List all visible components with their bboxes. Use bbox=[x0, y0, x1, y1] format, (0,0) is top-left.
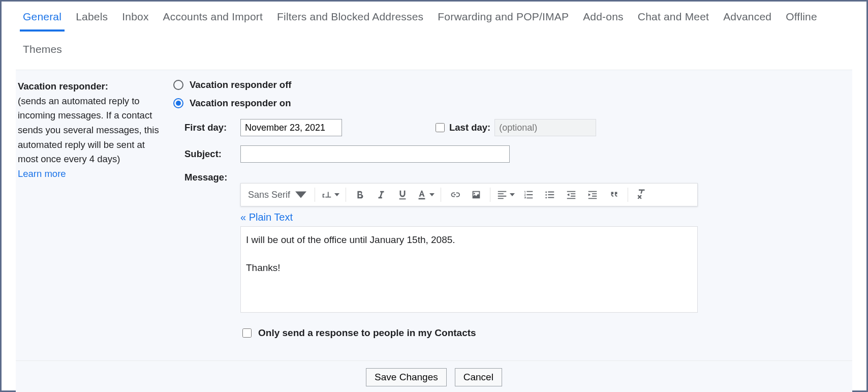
section-title: Vacation responder: bbox=[18, 81, 108, 92]
settings-window: General Labels Inbox Accounts and Import… bbox=[0, 0, 868, 392]
font-family-label: Sans Serif bbox=[248, 190, 290, 200]
save-changes-button[interactable]: Save Changes bbox=[366, 368, 447, 386]
radio-icon bbox=[173, 98, 183, 108]
bold-icon bbox=[354, 189, 365, 200]
contacts-only-input[interactable] bbox=[242, 328, 252, 338]
first-day-label: First day: bbox=[184, 122, 240, 133]
align-left-icon bbox=[497, 189, 508, 200]
last-day-input[interactable] bbox=[494, 119, 596, 136]
contacts-only-checkbox[interactable]: Only send a response to people in my Con… bbox=[240, 327, 852, 339]
settings-tabs-row1: General Labels Inbox Accounts and Import… bbox=[2, 2, 866, 31]
caret-down-icon bbox=[429, 192, 435, 197]
radio-label: Vacation responder on bbox=[190, 98, 291, 109]
tab-offline[interactable]: Offline bbox=[779, 2, 824, 31]
tab-general[interactable]: General bbox=[16, 2, 69, 31]
tab-filters[interactable]: Filters and Blocked Addresses bbox=[270, 2, 430, 31]
tab-chat[interactable]: Chat and Meet bbox=[631, 2, 716, 31]
indent-less-button[interactable] bbox=[561, 184, 582, 206]
radio-icon bbox=[173, 80, 183, 90]
indent-more-icon bbox=[587, 189, 598, 200]
last-day-checkbox[interactable] bbox=[436, 123, 445, 132]
font-size-button[interactable] bbox=[318, 184, 343, 206]
settings-tabs-row2: Themes bbox=[2, 31, 866, 70]
italic-icon bbox=[376, 189, 387, 200]
underline-button[interactable] bbox=[392, 184, 413, 206]
settings-footer: Save Changes Cancel bbox=[16, 360, 852, 392]
link-icon bbox=[449, 189, 460, 200]
italic-button[interactable] bbox=[370, 184, 392, 206]
first-day-input[interactable] bbox=[240, 119, 342, 136]
tab-inbox[interactable]: Inbox bbox=[115, 2, 156, 31]
quote-button[interactable] bbox=[603, 184, 625, 206]
quote-icon bbox=[608, 189, 619, 200]
insert-link-button[interactable] bbox=[444, 184, 466, 206]
last-day-label: Last day: bbox=[449, 122, 490, 133]
section-controls: Vacation responder off Vacation responde… bbox=[173, 79, 852, 339]
cancel-button[interactable]: Cancel bbox=[455, 368, 502, 386]
subject-input[interactable] bbox=[240, 145, 510, 163]
contacts-only-label: Only send a response to people in my Con… bbox=[258, 327, 476, 339]
text-color-icon bbox=[416, 189, 427, 200]
align-button[interactable] bbox=[493, 184, 518, 206]
numbered-list-button[interactable] bbox=[518, 184, 539, 206]
editor-toolbar: Sans Serif bbox=[240, 183, 698, 206]
vacation-on-radio[interactable]: Vacation responder on bbox=[173, 98, 852, 109]
tab-accounts[interactable]: Accounts and Import bbox=[156, 2, 270, 31]
tab-forwarding[interactable]: Forwarding and POP/IMAP bbox=[430, 2, 576, 31]
text-color-button[interactable] bbox=[413, 184, 438, 206]
remove-formatting-button[interactable] bbox=[631, 184, 653, 206]
image-icon bbox=[471, 189, 482, 200]
underline-icon bbox=[397, 189, 408, 200]
caret-down-icon bbox=[295, 189, 306, 200]
vacation-responder-section: Vacation responder: (sends an automated … bbox=[16, 70, 852, 351]
font-family-select[interactable]: Sans Serif bbox=[245, 184, 312, 206]
tab-addons[interactable]: Add-ons bbox=[576, 2, 631, 31]
insert-image-button[interactable] bbox=[466, 184, 487, 206]
indent-more-button[interactable] bbox=[582, 184, 603, 206]
tab-advanced[interactable]: Advanced bbox=[716, 2, 779, 31]
message-editor[interactable]: I will be out of the office until Januar… bbox=[240, 226, 698, 313]
radio-label: Vacation responder off bbox=[190, 79, 291, 91]
tab-labels[interactable]: Labels bbox=[69, 2, 115, 31]
bold-button[interactable] bbox=[349, 184, 370, 206]
tab-themes[interactable]: Themes bbox=[16, 34, 69, 64]
numbered-list-icon bbox=[523, 189, 534, 200]
indent-less-icon bbox=[566, 189, 577, 200]
settings-body: Vacation responder: (sends an automated … bbox=[16, 70, 852, 392]
section-help-text: (sends an automated reply to incoming me… bbox=[18, 96, 159, 165]
caret-down-icon bbox=[334, 192, 339, 197]
learn-more-link[interactable]: Learn more bbox=[18, 168, 66, 179]
caret-down-icon bbox=[510, 192, 515, 197]
bulleted-list-icon bbox=[544, 189, 555, 200]
subject-label: Subject: bbox=[184, 148, 240, 160]
section-description: Vacation responder: (sends an automated … bbox=[16, 79, 173, 339]
bulleted-list-button[interactable] bbox=[539, 184, 561, 206]
vacation-off-radio[interactable]: Vacation responder off bbox=[173, 79, 852, 91]
remove-format-icon bbox=[636, 189, 647, 200]
message-label: Message: bbox=[184, 172, 240, 183]
text-size-icon bbox=[321, 189, 332, 200]
plain-text-link[interactable]: « Plain Text bbox=[240, 212, 293, 223]
